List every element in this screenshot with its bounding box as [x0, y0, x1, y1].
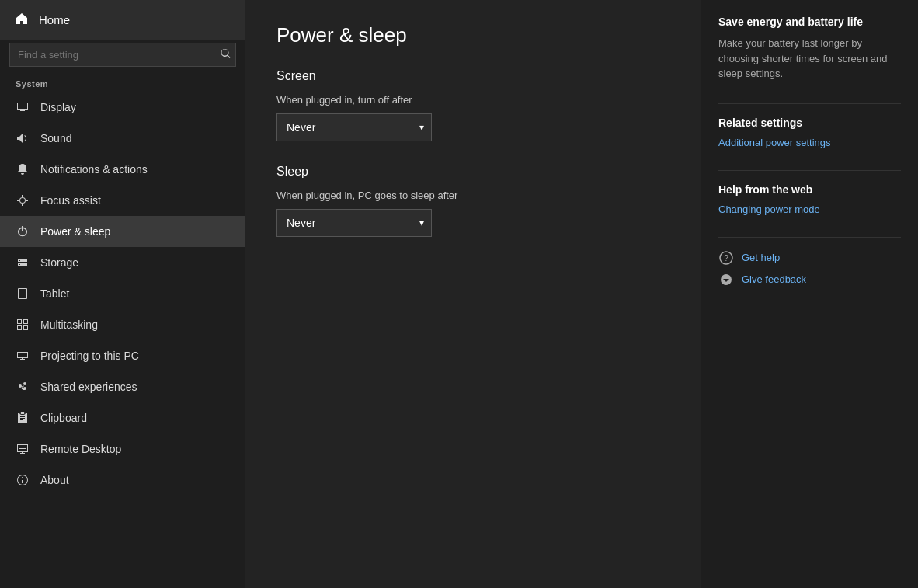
remote-icon	[16, 442, 30, 456]
sidebar-item-label-focus: Focus assist	[40, 194, 101, 207]
sidebar-item-label-tablet: Tablet	[40, 287, 69, 300]
related-settings-title: Related settings	[718, 117, 901, 129]
sidebar-item-projecting[interactable]: Projecting to this PC	[0, 340, 245, 371]
sleep-dropdown-wrapper: Never 1 minute 5 minutes 10 minutes 15 m…	[276, 209, 432, 237]
related-settings-section: Related settings Additional power settin…	[718, 117, 901, 148]
home-label: Home	[39, 13, 70, 26]
screen-setting-label: When plugged in, turn off after	[276, 94, 669, 106]
search-input[interactable]	[9, 43, 236, 67]
sidebar-item-label-display: Display	[40, 101, 76, 113]
sidebar-item-sound[interactable]: Sound	[0, 123, 245, 154]
focus-icon	[16, 193, 30, 207]
sleep-dropdown[interactable]: Never 1 minute 5 minutes 10 minutes 15 m…	[276, 209, 432, 237]
sidebar-item-label-power: Power & sleep	[40, 225, 110, 238]
get-help-action[interactable]: ? Get help	[718, 250, 901, 266]
sidebar-item-label-about: About	[40, 474, 69, 486]
give-feedback-action[interactable]: Give feedback	[718, 272, 901, 287]
display-icon	[16, 100, 30, 114]
sidebar-item-shared[interactable]: Shared experiences	[0, 371, 245, 402]
notifications-icon	[16, 162, 30, 176]
save-energy-title: Save energy and battery life	[718, 16, 901, 28]
page-title: Power & sleep	[276, 23, 669, 47]
sidebar-item-focus[interactable]: Focus assist	[0, 185, 245, 216]
sidebar: Home System Display Sound	[0, 0, 245, 588]
system-section-label: System	[0, 73, 245, 92]
sidebar-item-label-storage: Storage	[40, 256, 78, 269]
screen-dropdown-wrapper: Never 1 minute 5 minutes 10 minutes 15 m…	[276, 113, 432, 141]
sidebar-item-label-remote: Remote Desktop	[40, 443, 121, 455]
projecting-icon	[16, 349, 30, 363]
give-feedback-label: Give feedback	[742, 273, 806, 285]
give-feedback-icon	[718, 272, 734, 287]
storage-icon	[16, 256, 30, 270]
sidebar-item-remote[interactable]: Remote Desktop	[0, 433, 245, 464]
help-web-section: Help from the web Changing power mode	[718, 183, 901, 215]
svg-text:?: ?	[724, 254, 728, 263]
changing-power-mode-link[interactable]: Changing power mode	[718, 204, 901, 215]
sidebar-search-wrapper	[9, 43, 236, 67]
sound-icon	[16, 131, 30, 145]
panel-divider-2	[718, 170, 901, 171]
additional-power-settings-link[interactable]: Additional power settings	[718, 137, 901, 148]
save-energy-section: Save energy and battery life Make your b…	[718, 16, 901, 82]
screen-section-title: Screen	[276, 69, 669, 83]
sidebar-item-label-projecting: Projecting to this PC	[40, 350, 139, 362]
sleep-section: Sleep When plugged in, PC goes to sleep …	[276, 165, 669, 237]
help-from-web-title: Help from the web	[718, 183, 901, 196]
sidebar-item-multitasking[interactable]: Multitasking	[0, 309, 245, 340]
sidebar-item-label-notifications: Notifications & actions	[40, 163, 148, 176]
sidebar-home-button[interactable]: Home	[0, 0, 245, 40]
sleep-section-title: Sleep	[276, 165, 669, 179]
search-button[interactable]	[221, 48, 231, 61]
sidebar-item-clipboard[interactable]: Clipboard	[0, 402, 245, 433]
sidebar-item-label-clipboard: Clipboard	[40, 412, 87, 424]
sidebar-item-label-multitasking: Multitasking	[40, 318, 98, 331]
panel-divider-1	[718, 103, 901, 104]
sidebar-item-storage[interactable]: Storage	[0, 247, 245, 278]
sleep-setting-label: When plugged in, PC goes to sleep after	[276, 190, 669, 201]
sidebar-item-tablet[interactable]: Tablet	[0, 278, 245, 309]
panel-divider-3	[718, 237, 901, 238]
tablet-icon	[16, 287, 30, 301]
sidebar-item-notifications[interactable]: Notifications & actions	[0, 154, 245, 185]
sidebar-item-label-shared: Shared experiences	[40, 381, 137, 393]
screen-section: Screen When plugged in, turn off after N…	[276, 69, 669, 141]
sidebar-item-power[interactable]: Power & sleep	[0, 216, 245, 247]
sidebar-item-label-sound: Sound	[40, 132, 71, 144]
power-icon	[16, 224, 30, 238]
shared-icon	[16, 380, 30, 394]
sidebar-item-display[interactable]: Display	[0, 92, 245, 123]
multitasking-icon	[16, 318, 30, 332]
save-energy-text: Make your battery last longer by choosin…	[718, 36, 901, 82]
sidebar-item-about[interactable]: About	[0, 464, 245, 496]
main-content: Power & sleep Screen When plugged in, tu…	[245, 0, 701, 588]
about-icon	[16, 473, 30, 487]
get-help-icon: ?	[718, 250, 734, 266]
get-help-label: Get help	[742, 252, 780, 263]
right-panel: Save energy and battery life Make your b…	[701, 0, 918, 588]
clipboard-icon	[16, 411, 30, 425]
screen-dropdown[interactable]: Never 1 minute 5 minutes 10 minutes 15 m…	[276, 113, 432, 141]
home-icon	[16, 12, 28, 27]
